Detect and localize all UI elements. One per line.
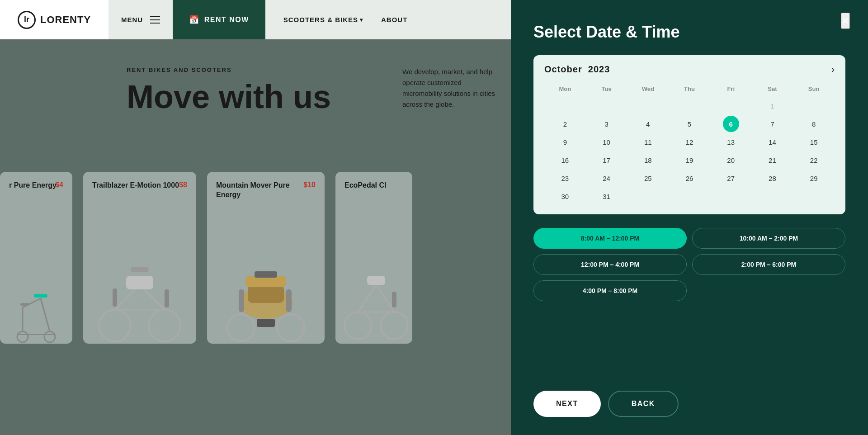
cal-header-tue: Tue [586, 83, 627, 97]
nav-scooters-bikes[interactable]: SCOOTERS & BIKES ▾ [283, 16, 363, 24]
cal-day-17[interactable]: 17 [599, 152, 615, 168]
cal-header-sat: Sat [752, 83, 793, 97]
product-price-2: $10 [303, 181, 316, 189]
brand-name: LORENTY [40, 14, 91, 26]
cal-day-empty [681, 188, 698, 204]
time-slot-2[interactable]: 12:00 PM – 4:00 PM [533, 254, 687, 275]
cal-day-8[interactable]: 8 [806, 116, 822, 132]
cal-day-23[interactable]: 23 [557, 170, 573, 186]
time-slot-4[interactable]: 4:00 PM – 8:00 PM [533, 280, 687, 301]
cal-day-15[interactable]: 15 [806, 134, 822, 150]
svg-rect-23 [239, 289, 244, 312]
calendar-container: October 2023 › Mon Tue Wed Thu Fri Sat S… [533, 55, 845, 214]
cal-day-28[interactable]: 28 [764, 170, 780, 186]
panel-title: Select Date & Time [533, 23, 845, 42]
cal-day-1[interactable]: 1 [764, 98, 780, 114]
calendar-month-title: October 2023 [544, 64, 610, 75]
calendar-header: October 2023 › [544, 64, 835, 75]
close-button[interactable]: × [841, 13, 850, 29]
svg-rect-14 [131, 267, 149, 272]
svg-rect-31 [367, 276, 385, 285]
time-slot-3[interactable]: 2:00 PM – 6:00 PM [692, 254, 845, 275]
cal-day-31[interactable]: 31 [599, 188, 615, 204]
cal-day-22[interactable]: 22 [806, 152, 822, 168]
menu-label: MENU [121, 16, 143, 24]
rent-now-label: RENT NOW [204, 16, 249, 24]
product-card-0: r Pure Energy $4 [0, 172, 72, 344]
product-price-1: $8 [179, 181, 187, 189]
cal-header-sun: Sun [793, 83, 835, 97]
nav-about[interactable]: ABOUT [381, 16, 407, 24]
cal-day-7[interactable]: 7 [764, 116, 780, 132]
cal-day-16[interactable]: 16 [557, 152, 573, 168]
cal-day-11[interactable]: 11 [640, 134, 656, 150]
cal-day-27[interactable]: 27 [723, 170, 739, 186]
booking-panel: × Select Date & Time October 2023 › Mon … [511, 0, 868, 435]
product-image-0 [0, 271, 72, 344]
cal-header-wed: Wed [627, 83, 669, 97]
cal-day-14[interactable]: 14 [764, 134, 780, 150]
calendar-grid: Mon Tue Wed Thu Fri Sat Sun 1 2 3 4 5 6 … [544, 83, 835, 205]
svg-rect-7 [20, 303, 29, 306]
svg-rect-22 [286, 289, 292, 312]
svg-line-29 [376, 285, 394, 312]
cal-day-9[interactable]: 9 [557, 134, 573, 150]
cal-day-5[interactable]: 5 [681, 116, 698, 132]
product-card-3: EcoPedal Cl [335, 172, 412, 344]
cal-day-20[interactable]: 20 [723, 152, 739, 168]
back-button[interactable]: BACK [608, 391, 679, 417]
svg-point-9 [149, 310, 180, 341]
cal-header-thu: Thu [669, 83, 710, 97]
cal-day-empty [806, 98, 822, 114]
cal-day-29[interactable]: 29 [806, 170, 822, 186]
bike-svg-1 [94, 249, 185, 344]
cal-day-empty [681, 98, 698, 114]
calendar-icon: 📅 [189, 15, 200, 25]
time-slot-1[interactable]: 10:00 AM – 2:00 PM [692, 228, 845, 249]
cal-day-10[interactable]: 10 [599, 134, 615, 150]
product-image-3 [335, 249, 412, 344]
cal-day-3[interactable]: 3 [599, 116, 615, 132]
cal-day-13[interactable]: 13 [723, 134, 739, 150]
cal-day-19[interactable]: 19 [681, 152, 698, 168]
cal-day-30[interactable]: 30 [557, 188, 573, 204]
cal-day-21[interactable]: 21 [764, 152, 780, 168]
cal-day-25[interactable]: 25 [640, 170, 656, 186]
cal-day-4[interactable]: 4 [640, 116, 656, 132]
cal-day-2[interactable]: 2 [557, 116, 573, 132]
svg-point-26 [344, 312, 372, 339]
cal-header-mon: Mon [544, 83, 586, 97]
cal-day-empty [557, 98, 573, 114]
product-price-0: $4 [55, 181, 63, 189]
hero-section: RENT BIKES AND SCOOTERS Move with us [108, 39, 425, 149]
svg-point-8 [99, 310, 131, 341]
time-slot-0[interactable]: 8:00 AM – 12:00 PM [533, 228, 687, 249]
cal-day-empty [764, 188, 780, 204]
cal-day-empty [806, 188, 822, 204]
calendar-next-button[interactable]: › [831, 64, 835, 75]
product-name-3: EcoPedal Cl [344, 181, 386, 189]
cal-day-12[interactable]: 12 [681, 134, 698, 150]
svg-point-18 [277, 314, 304, 341]
svg-rect-6 [34, 294, 47, 298]
cal-day-24[interactable]: 24 [599, 170, 615, 186]
next-button[interactable]: NEXT [533, 391, 601, 417]
hero-title: Move with us [127, 80, 407, 113]
cal-day-6[interactable]: 6 [723, 116, 739, 132]
product-card-1: Trailblazer E-Motion 1000 $8 [83, 172, 196, 344]
moped-svg-2 [221, 249, 311, 344]
hamburger-icon[interactable] [150, 16, 160, 24]
cal-day-empty [640, 98, 656, 114]
logo-icon: lr [18, 11, 36, 29]
product-image-1 [83, 249, 196, 344]
cal-day-empty [640, 188, 656, 204]
time-slots-grid: 8:00 AM – 12:00 PM 10:00 AM – 2:00 PM 12… [533, 228, 845, 301]
svg-point-27 [381, 312, 408, 339]
cal-day-26[interactable]: 26 [681, 170, 698, 186]
panel-action-buttons: NEXT BACK [533, 391, 845, 417]
nav-menu[interactable]: MENU [108, 0, 173, 39]
svg-point-17 [227, 314, 255, 341]
cal-day-18[interactable]: 18 [640, 152, 656, 168]
rent-now-button[interactable]: 📅 RENT NOW [173, 0, 265, 39]
cal-day-empty [723, 98, 739, 114]
